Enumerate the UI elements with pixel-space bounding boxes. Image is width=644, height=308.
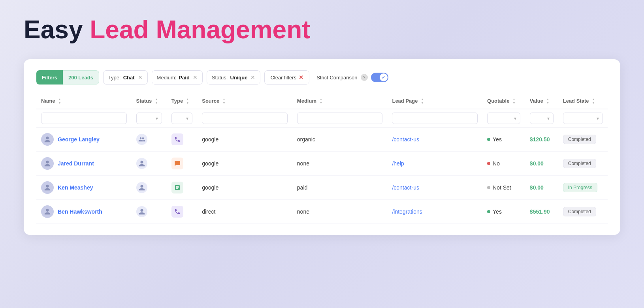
title-easy: Easy — [24, 15, 83, 44]
state-badge-1: Completed — [563, 159, 596, 168]
type-sort-icon[interactable]: ▲▼ — [186, 98, 189, 105]
state-badge-0: Completed — [563, 135, 596, 144]
lead-link-1[interactable]: Jared Durrant — [58, 160, 94, 167]
type-filter-select[interactable] — [171, 113, 192, 124]
col-quotable: Quotable ▲▼ — [482, 94, 525, 109]
lead-name-2: Ken Meashey — [41, 181, 127, 194]
cell-source-1: google — [197, 152, 292, 176]
quotable-dot-1 — [487, 162, 490, 165]
value-sort-icon[interactable]: ▲▼ — [546, 98, 549, 105]
quotable-filter-wrapper — [487, 113, 520, 124]
medium-chip-value: Paid — [179, 75, 189, 81]
status-icon-1 — [136, 158, 147, 169]
cell-quotable-1: No — [482, 152, 525, 176]
status-sort-icon[interactable]: ▲▼ — [155, 98, 158, 105]
quotable-1: No — [487, 160, 520, 167]
cell-state-2: In Progress — [558, 176, 608, 200]
main-card: Filters 200 Leads Type: Chat ✕ Medium: P… — [24, 59, 620, 235]
strict-comparison-toggle[interactable] — [371, 73, 388, 82]
medium-sort-icon[interactable]: ▲▼ — [320, 98, 323, 105]
name-sort-icon[interactable]: ▲▼ — [58, 98, 61, 105]
status-icon-2 — [136, 182, 147, 193]
lead-page-sort-icon[interactable]: ▲▼ — [421, 98, 424, 105]
quotable-sort-icon[interactable]: ▲▼ — [512, 98, 516, 105]
table-row: Jared Durrant google none /help No $0.00… — [36, 152, 608, 176]
quotable-label-1: No — [493, 160, 500, 167]
cell-lead-page-1: /help — [387, 152, 482, 176]
medium-filter-chip[interactable]: Medium: Paid ✕ — [152, 70, 203, 85]
avatar-1 — [41, 157, 54, 170]
cell-medium-1: none — [292, 152, 388, 176]
type-icon-0 — [171, 133, 183, 145]
status-chip-value: Unique — [230, 75, 247, 81]
lead-state-sort-icon[interactable]: ▲▼ — [592, 98, 595, 105]
source-filter-input[interactable] — [202, 113, 288, 124]
filter-source-cell — [197, 109, 292, 128]
lead-page-link-0[interactable]: /contact-us — [392, 136, 419, 143]
clear-filters-button[interactable]: Clear filters ✕ — [264, 70, 309, 85]
page-title: Easy Lead Management — [24, 16, 620, 43]
cell-lead-page-0: /contact-us — [387, 128, 482, 152]
lead-name-1: Jared Durrant — [41, 157, 127, 170]
filter-quotable-cell — [482, 109, 525, 128]
cell-medium-2: paid — [292, 176, 388, 200]
value-filter-wrapper — [530, 113, 554, 124]
cell-lead-page-3: /integrations — [387, 200, 482, 224]
cell-name-0: George Langley — [36, 128, 132, 152]
filter-status-cell — [132, 109, 167, 128]
cell-medium-0: organic — [292, 128, 388, 152]
col-medium: Medium ▲▼ — [292, 94, 388, 109]
status-filter-select[interactable] — [136, 113, 162, 124]
medium-filter-input[interactable] — [297, 113, 383, 124]
lead-page-link-2[interactable]: /contact-us — [392, 184, 419, 191]
filters-count: 200 Leads — [63, 70, 99, 85]
cell-quotable-3: Yes — [482, 200, 525, 224]
cell-value-0: $120.50 — [525, 128, 558, 152]
clear-filters-icon: ✕ — [299, 74, 303, 81]
type-chip-value: Chat — [123, 75, 135, 81]
status-chip-label: Status: — [212, 75, 228, 81]
toggle-knob — [380, 73, 388, 81]
medium-chip-label: Medium: — [157, 75, 177, 81]
cell-value-2: $0.00 — [525, 176, 558, 200]
cell-quotable-2: Not Set — [482, 176, 525, 200]
cell-status-2 — [132, 176, 167, 200]
source-sort-icon[interactable]: ▲▼ — [222, 98, 226, 105]
lead-link-2[interactable]: Ken Meashey — [58, 184, 93, 191]
strict-comparison: Strict Comparison ? — [316, 73, 388, 82]
filter-state-cell — [558, 109, 608, 128]
state-filter-wrapper — [563, 113, 603, 124]
status-icon-0 — [136, 134, 147, 145]
lead-page-link-3[interactable]: /integrations — [392, 208, 422, 215]
value-text-2: $0.00 — [530, 184, 544, 191]
leads-table: Name ▲▼ Status ▲▼ Type ▲▼ Source ▲▼ Medi… — [36, 94, 608, 224]
avatar-3 — [41, 205, 54, 218]
col-lead-state: Lead State ▲▼ — [558, 94, 608, 109]
filters-label: Filters — [36, 70, 63, 85]
cell-quotable-0: Yes — [482, 128, 525, 152]
lead-page-link-1[interactable]: /help — [392, 160, 404, 167]
type-chip-close[interactable]: ✕ — [138, 74, 143, 81]
table-row: George Langley google organic /contact-u… — [36, 128, 608, 152]
type-filter-chip[interactable]: Type: Chat ✕ — [103, 70, 148, 85]
status-filter-chip[interactable]: Status: Unique ✕ — [207, 70, 261, 85]
lead-link-0[interactable]: George Langley — [58, 136, 100, 143]
name-filter-input[interactable] — [41, 113, 127, 124]
type-chip-label: Type: — [108, 75, 121, 81]
help-icon[interactable]: ? — [361, 74, 368, 81]
avatar-2 — [41, 181, 54, 194]
lead-link-3[interactable]: Ben Hawksworth — [58, 208, 102, 215]
cell-state-3: Completed — [558, 200, 608, 224]
status-chip-close[interactable]: ✕ — [250, 74, 255, 81]
value-filter-select[interactable] — [530, 113, 554, 124]
filter-type-cell — [167, 109, 197, 128]
quotable-3: Yes — [487, 208, 520, 215]
lead-page-filter-input[interactable] — [392, 113, 478, 124]
filters-count-group: Filters 200 Leads — [36, 70, 99, 85]
medium-chip-close[interactable]: ✕ — [193, 74, 198, 81]
state-filter-select[interactable] — [563, 113, 603, 124]
quotable-filter-select[interactable] — [487, 113, 520, 124]
quotable-0: Yes — [487, 136, 520, 143]
table-filter-row — [36, 109, 608, 128]
type-icon-3 — [171, 206, 183, 218]
